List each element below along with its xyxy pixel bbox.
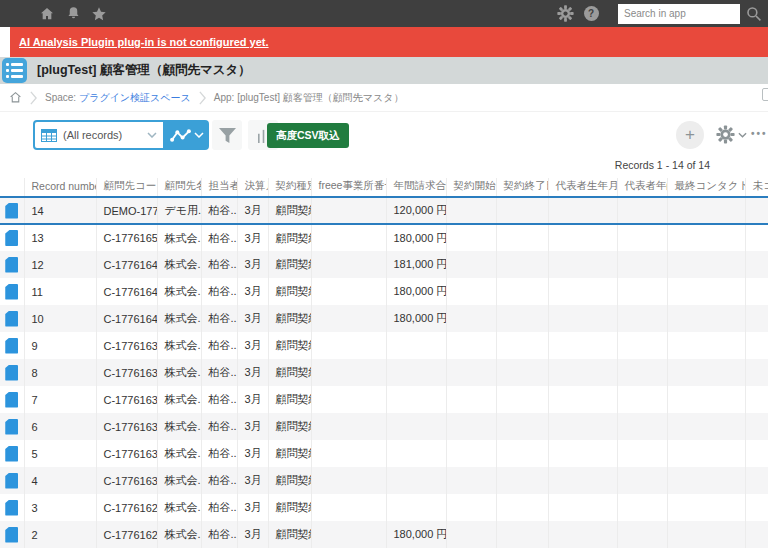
- table-cell: 顧問契約: [268, 224, 311, 251]
- record-detail-icon[interactable]: [5, 527, 18, 543]
- table-row[interactable]: 4C-17761633...株式会...柏谷...3月顧問契約: [0, 467, 768, 494]
- column-header[interactable]: 代表者年齢: [617, 178, 667, 197]
- table-cell: [667, 467, 745, 494]
- record-detail-icon[interactable]: [5, 203, 18, 219]
- table-row[interactable]: 9C-17761638...株式会...柏谷...3月顧問契約: [0, 332, 768, 359]
- table-cell: 3月: [237, 521, 268, 548]
- gear-icon[interactable]: [552, 0, 578, 27]
- table-cell: [0, 278, 24, 305]
- record-detail-icon[interactable]: [5, 338, 18, 354]
- column-header[interactable]: 決算月: [237, 178, 268, 197]
- column-header[interactable]: 契約種別: [268, 178, 311, 197]
- table-row[interactable]: 5C-17761633...株式会...柏谷...3月顧問契約: [0, 440, 768, 467]
- records-table: Record number顧問先コード顧問先名担当者決算月契約種別freee事業…: [0, 178, 768, 548]
- table-cell: [667, 386, 745, 413]
- table-cell: [496, 440, 548, 467]
- table-cell: [667, 440, 745, 467]
- column-header[interactable]: 顧問先コード: [96, 178, 157, 197]
- table-row[interactable]: 7C-17761635...株式会...柏谷...3月顧問契約: [0, 386, 768, 413]
- table-cell: C-17761635...: [96, 386, 157, 413]
- table-cell: 顧問契約: [268, 413, 311, 440]
- record-detail-icon[interactable]: [5, 446, 18, 462]
- table-cell: [0, 440, 24, 467]
- home-icon[interactable]: [34, 0, 60, 27]
- column-header[interactable]: Record number: [24, 178, 96, 197]
- breadcrumb-home-icon[interactable]: [9, 91, 22, 104]
- column-header[interactable]: 代表者生年月日: [548, 178, 617, 197]
- record-detail-icon[interactable]: [5, 311, 18, 327]
- record-detail-icon[interactable]: [5, 284, 18, 300]
- column-header[interactable]: 年間請求合計: [386, 178, 446, 197]
- table-row[interactable]: 14DEMO-1776...デモ用...柏谷...3月顧問契約120,000 円: [0, 197, 768, 224]
- column-header[interactable]: 未コン: [745, 178, 768, 197]
- record-detail-icon[interactable]: [5, 473, 18, 489]
- table-row[interactable]: 11C-17761647...株式会...柏谷...3月顧問契約180,000 …: [0, 278, 768, 305]
- table-cell: [311, 224, 386, 251]
- table-row[interactable]: 6C-17761634...株式会...柏谷...3月顧問契約: [0, 413, 768, 440]
- search-input[interactable]: [618, 4, 740, 24]
- table-cell: 柏谷...: [201, 332, 237, 359]
- table-cell: [0, 305, 24, 332]
- table-cell: [446, 251, 496, 278]
- table-cell: 柏谷...: [201, 305, 237, 332]
- advanced-csv-import-button[interactable]: 高度CSV取込: [267, 123, 349, 148]
- table-cell: 柏谷...: [201, 467, 237, 494]
- table-row[interactable]: 8C-17761636...株式会...柏谷...3月顧問契約: [0, 359, 768, 386]
- record-detail-icon[interactable]: [5, 365, 18, 381]
- table-cell: [617, 278, 667, 305]
- view-dropdown[interactable]: (All records): [33, 120, 165, 150]
- add-record-button[interactable]: +: [676, 121, 704, 149]
- table-cell: 柏谷...: [201, 440, 237, 467]
- column-header[interactable]: freee事業所番号: [311, 178, 386, 197]
- table-cell: [667, 359, 745, 386]
- filter-button[interactable]: [212, 120, 242, 150]
- table-row[interactable]: 12C-17761649...株式会...柏谷...3月顧問契約181,000 …: [0, 251, 768, 278]
- hamburger-menu-icon[interactable]: [0, 0, 34, 27]
- table-cell: 180,000 円: [386, 305, 446, 332]
- more-options-button[interactable]: •••: [751, 128, 768, 139]
- table-row[interactable]: 10C-17761642...株式会...柏谷...3月顧問契約180,000 …: [0, 305, 768, 332]
- table-cell: [548, 440, 617, 467]
- table-row[interactable]: 2C-17761622...株式会...柏谷...3月顧問契約180,000 円: [0, 521, 768, 548]
- view-selector[interactable]: (All records): [33, 120, 209, 150]
- thread-icon[interactable]: [762, 88, 768, 101]
- table-cell: [617, 467, 667, 494]
- table-cell: 顧問契約: [268, 197, 311, 224]
- search-icon[interactable]: [740, 0, 768, 27]
- record-detail-icon[interactable]: [5, 500, 18, 516]
- column-header[interactable]: 顧問先名: [157, 178, 201, 197]
- table-cell: C-17761633...: [96, 467, 157, 494]
- record-detail-icon[interactable]: [5, 419, 18, 435]
- table-cell: [0, 494, 24, 521]
- help-icon[interactable]: ?: [578, 0, 604, 27]
- table-cell: [311, 278, 386, 305]
- table-cell: [496, 197, 548, 224]
- table-cell: 3月: [237, 494, 268, 521]
- table-cell: デモ用...: [157, 197, 201, 224]
- table-cell: [667, 521, 745, 548]
- table-cell: [446, 521, 496, 548]
- table-cell: [745, 467, 768, 494]
- app-icon[interactable]: [2, 58, 27, 83]
- record-detail-icon[interactable]: [5, 392, 18, 408]
- table-cell: [386, 359, 446, 386]
- graph-view-dropdown[interactable]: [165, 120, 209, 150]
- table-row[interactable]: 3C-17761622...株式会...柏谷...3月顧問契約: [0, 494, 768, 521]
- app-settings-button[interactable]: [716, 125, 747, 144]
- gear-icon: [716, 125, 735, 144]
- column-header[interactable]: 契約終了日: [496, 178, 548, 197]
- record-detail-icon[interactable]: [5, 257, 18, 273]
- breadcrumb-space-link[interactable]: プラグイン検証スペース: [79, 91, 191, 105]
- record-detail-icon[interactable]: [5, 230, 18, 246]
- favorites-star-icon[interactable]: [86, 0, 112, 27]
- notifications-bell-icon[interactable]: [60, 0, 86, 27]
- table-cell: C-17761642...: [96, 305, 157, 332]
- table-cell: [0, 386, 24, 413]
- table-row[interactable]: 13C-17761658...株式会...柏谷...3月顧問契約180,000 …: [0, 224, 768, 251]
- plugin-error-link[interactable]: AI Analysis Plugin plug-in is not config…: [19, 36, 269, 48]
- column-header[interactable]: 担当者: [201, 178, 237, 197]
- column-header[interactable]: 最終コンタクト日: [667, 178, 745, 197]
- column-header[interactable]: 契約開始日: [446, 178, 496, 197]
- table-cell: 柏谷...: [201, 494, 237, 521]
- table-cell: 3月: [237, 251, 268, 278]
